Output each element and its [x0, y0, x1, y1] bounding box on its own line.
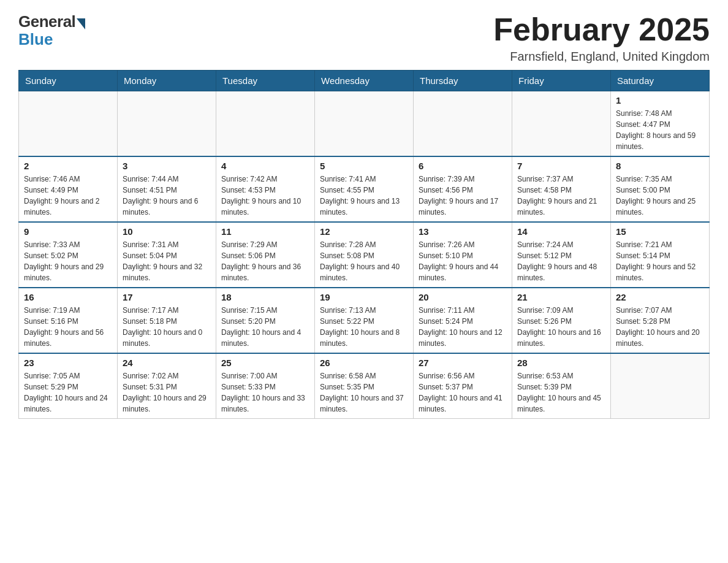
calendar-cell: 14Sunrise: 7:24 AM Sunset: 5:12 PM Dayli… [512, 222, 611, 288]
month-title: February 2025 [493, 12, 710, 47]
calendar-cell: 26Sunrise: 6:58 AM Sunset: 5:35 PM Dayli… [315, 353, 414, 419]
day-info: Sunrise: 7:29 AM Sunset: 5:06 PM Dayligh… [221, 239, 309, 283]
day-info: Sunrise: 7:09 AM Sunset: 5:26 PM Dayligh… [517, 305, 605, 349]
calendar-cell [512, 91, 611, 157]
weekday-header-thursday: Thursday [414, 71, 512, 91]
calendar-cell [216, 91, 315, 157]
day-info: Sunrise: 7:21 AM Sunset: 5:14 PM Dayligh… [616, 239, 704, 283]
calendar-header-row: SundayMondayTuesdayWednesdayThursdayFrid… [19, 71, 710, 91]
calendar-week-row: 2Sunrise: 7:46 AM Sunset: 4:49 PM Daylig… [19, 156, 710, 222]
day-info: Sunrise: 7:46 AM Sunset: 4:49 PM Dayligh… [24, 174, 112, 218]
calendar-cell [19, 91, 118, 157]
day-info: Sunrise: 7:13 AM Sunset: 5:22 PM Dayligh… [320, 305, 408, 349]
calendar-cell [611, 353, 710, 419]
day-number: 18 [221, 292, 309, 302]
weekday-header-monday: Monday [118, 71, 216, 91]
calendar-week-row: 1Sunrise: 7:48 AM Sunset: 4:47 PM Daylig… [19, 91, 710, 157]
day-number: 23 [24, 358, 112, 368]
day-number: 3 [123, 161, 211, 171]
day-info: Sunrise: 7:11 AM Sunset: 5:24 PM Dayligh… [419, 305, 507, 349]
weekday-header-wednesday: Wednesday [315, 71, 414, 91]
day-number: 2 [24, 161, 112, 171]
weekday-header-friday: Friday [512, 71, 611, 91]
calendar-cell: 18Sunrise: 7:15 AM Sunset: 5:20 PM Dayli… [216, 288, 315, 353]
day-number: 27 [419, 358, 507, 368]
logo-arrow-icon [77, 18, 85, 29]
day-info: Sunrise: 7:35 AM Sunset: 5:00 PM Dayligh… [616, 174, 704, 218]
weekday-header-sunday: Sunday [19, 71, 118, 91]
day-number: 8 [616, 161, 704, 171]
day-info: Sunrise: 7:05 AM Sunset: 5:29 PM Dayligh… [24, 370, 112, 415]
day-number: 7 [517, 161, 605, 171]
day-info: Sunrise: 7:24 AM Sunset: 5:12 PM Dayligh… [517, 239, 605, 283]
calendar-cell: 11Sunrise: 7:29 AM Sunset: 5:06 PM Dayli… [216, 222, 315, 288]
day-number: 16 [24, 292, 112, 302]
day-info: Sunrise: 6:53 AM Sunset: 5:39 PM Dayligh… [517, 370, 605, 415]
calendar-cell: 16Sunrise: 7:19 AM Sunset: 5:16 PM Dayli… [19, 288, 118, 353]
calendar-cell: 12Sunrise: 7:28 AM Sunset: 5:08 PM Dayli… [315, 222, 414, 288]
day-number: 11 [221, 226, 309, 237]
calendar-cell: 17Sunrise: 7:17 AM Sunset: 5:18 PM Dayli… [118, 288, 216, 353]
page-header: General Blue February 2025 Farnsfield, E… [18, 12, 710, 64]
day-number: 6 [419, 161, 507, 171]
day-info: Sunrise: 7:48 AM Sunset: 4:47 PM Dayligh… [616, 108, 704, 152]
calendar-cell [315, 91, 414, 157]
day-info: Sunrise: 7:15 AM Sunset: 5:20 PM Dayligh… [221, 305, 309, 349]
day-number: 21 [517, 292, 605, 302]
calendar-cell: 13Sunrise: 7:26 AM Sunset: 5:10 PM Dayli… [414, 222, 512, 288]
day-number: 28 [517, 358, 605, 368]
calendar-week-row: 23Sunrise: 7:05 AM Sunset: 5:29 PM Dayli… [19, 353, 710, 419]
calendar-cell: 19Sunrise: 7:13 AM Sunset: 5:22 PM Dayli… [315, 288, 414, 353]
calendar-cell: 8Sunrise: 7:35 AM Sunset: 5:00 PM Daylig… [611, 156, 710, 222]
logo-blue-text: Blue [18, 30, 53, 49]
day-info: Sunrise: 7:02 AM Sunset: 5:31 PM Dayligh… [123, 370, 211, 415]
calendar-cell: 28Sunrise: 6:53 AM Sunset: 5:39 PM Dayli… [512, 353, 611, 419]
calendar-cell: 4Sunrise: 7:42 AM Sunset: 4:53 PM Daylig… [216, 156, 315, 222]
day-info: Sunrise: 6:58 AM Sunset: 5:35 PM Dayligh… [320, 370, 408, 415]
day-info: Sunrise: 7:19 AM Sunset: 5:16 PM Dayligh… [24, 305, 112, 349]
calendar-cell: 23Sunrise: 7:05 AM Sunset: 5:29 PM Dayli… [19, 353, 118, 419]
calendar-cell: 15Sunrise: 7:21 AM Sunset: 5:14 PM Dayli… [611, 222, 710, 288]
calendar-cell [414, 91, 512, 157]
calendar-cell: 21Sunrise: 7:09 AM Sunset: 5:26 PM Dayli… [512, 288, 611, 353]
calendar-cell: 25Sunrise: 7:00 AM Sunset: 5:33 PM Dayli… [216, 353, 315, 419]
day-number: 10 [123, 226, 211, 237]
calendar-cell [118, 91, 216, 157]
day-info: Sunrise: 7:37 AM Sunset: 4:58 PM Dayligh… [517, 174, 605, 218]
calendar-cell: 27Sunrise: 6:56 AM Sunset: 5:37 PM Dayli… [414, 353, 512, 419]
calendar-cell: 20Sunrise: 7:11 AM Sunset: 5:24 PM Dayli… [414, 288, 512, 353]
day-number: 14 [517, 226, 605, 237]
day-number: 20 [419, 292, 507, 302]
day-info: Sunrise: 7:33 AM Sunset: 5:02 PM Dayligh… [24, 239, 112, 283]
day-number: 24 [123, 358, 211, 368]
day-info: Sunrise: 7:31 AM Sunset: 5:04 PM Dayligh… [123, 239, 211, 283]
logo-general-text: General [18, 12, 75, 31]
day-info: Sunrise: 7:17 AM Sunset: 5:18 PM Dayligh… [123, 305, 211, 349]
title-section: February 2025 Farnsfield, England, Unite… [493, 12, 710, 64]
calendar-cell: 3Sunrise: 7:44 AM Sunset: 4:51 PM Daylig… [118, 156, 216, 222]
day-info: Sunrise: 7:44 AM Sunset: 4:51 PM Dayligh… [123, 174, 211, 218]
day-number: 1 [616, 95, 704, 105]
day-number: 13 [419, 226, 507, 237]
day-number: 26 [320, 358, 408, 368]
day-number: 12 [320, 226, 408, 237]
calendar-cell: 9Sunrise: 7:33 AM Sunset: 5:02 PM Daylig… [19, 222, 118, 288]
day-info: Sunrise: 7:39 AM Sunset: 4:56 PM Dayligh… [419, 174, 507, 218]
day-info: Sunrise: 7:28 AM Sunset: 5:08 PM Dayligh… [320, 239, 408, 283]
calendar-week-row: 9Sunrise: 7:33 AM Sunset: 5:02 PM Daylig… [19, 222, 710, 288]
weekday-header-saturday: Saturday [611, 71, 710, 91]
day-number: 25 [221, 358, 309, 368]
calendar-cell: 22Sunrise: 7:07 AM Sunset: 5:28 PM Dayli… [611, 288, 710, 353]
day-info: Sunrise: 7:07 AM Sunset: 5:28 PM Dayligh… [616, 305, 704, 349]
calendar-cell: 5Sunrise: 7:41 AM Sunset: 4:55 PM Daylig… [315, 156, 414, 222]
day-number: 9 [24, 226, 112, 237]
calendar-cell: 2Sunrise: 7:46 AM Sunset: 4:49 PM Daylig… [19, 156, 118, 222]
calendar-cell: 6Sunrise: 7:39 AM Sunset: 4:56 PM Daylig… [414, 156, 512, 222]
day-number: 15 [616, 226, 704, 237]
calendar-cell: 24Sunrise: 7:02 AM Sunset: 5:31 PM Dayli… [118, 353, 216, 419]
day-info: Sunrise: 7:00 AM Sunset: 5:33 PM Dayligh… [221, 370, 309, 415]
day-number: 19 [320, 292, 408, 302]
weekday-header-tuesday: Tuesday [216, 71, 315, 91]
day-number: 4 [221, 161, 309, 171]
logo: General Blue [18, 12, 85, 49]
